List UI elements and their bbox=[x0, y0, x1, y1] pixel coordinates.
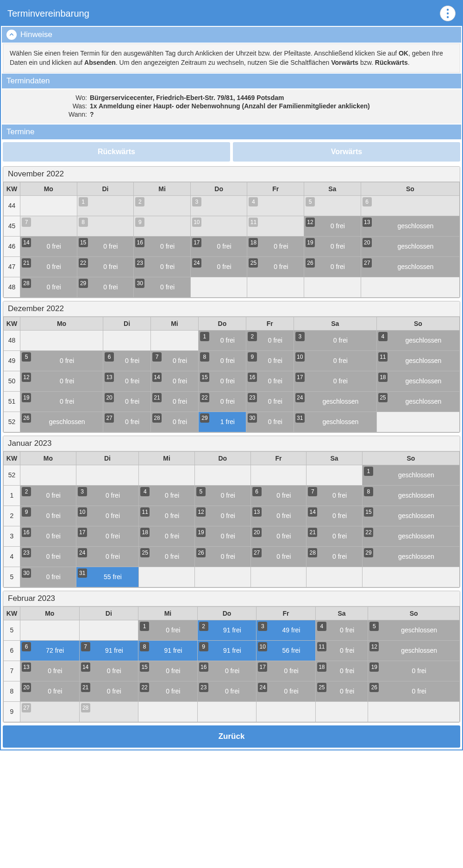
day-closed: 31geschlossen bbox=[294, 412, 376, 432]
day-available[interactable]: 349 frei bbox=[257, 620, 315, 640]
hints-header[interactable]: Hinweise bbox=[2, 27, 461, 43]
day-none: 230 frei bbox=[198, 681, 257, 701]
day-cell[interactable]: 3155 frei bbox=[76, 567, 139, 587]
day-available[interactable]: 791 frei bbox=[80, 641, 138, 661]
day-number: 16 bbox=[248, 373, 257, 382]
weekday-header: So bbox=[361, 182, 459, 195]
day-number: 2 bbox=[22, 487, 31, 496]
day-status: 0 frei bbox=[207, 512, 250, 519]
day-none: 20 frei bbox=[246, 331, 294, 350]
day-cell: 300 frei bbox=[134, 277, 191, 297]
day-number: 3 bbox=[192, 197, 201, 206]
day-number: 11 bbox=[140, 507, 150, 517]
day-cell: 8 bbox=[77, 216, 134, 236]
day-cell[interactable]: 991 frei bbox=[197, 640, 257, 661]
day-number: 7 bbox=[152, 352, 162, 362]
day-number: 9 bbox=[135, 218, 144, 227]
kw-cell: 4 bbox=[4, 546, 20, 567]
day-none: 280 frei bbox=[307, 547, 362, 567]
day-number: 19 bbox=[22, 393, 31, 402]
day-number: 30 bbox=[248, 413, 257, 423]
day-status: 0 frei bbox=[89, 492, 139, 499]
day-cell bbox=[79, 620, 138, 640]
day-number: 5 bbox=[22, 352, 31, 362]
kw-cell: 52 bbox=[4, 465, 20, 485]
day-available[interactable]: 291 frei bbox=[198, 620, 257, 640]
day-cell: 120 frei bbox=[304, 216, 361, 236]
day-cell: 25geschlossen bbox=[376, 391, 459, 412]
day-number: 30 bbox=[22, 568, 31, 578]
day-cell: 140 frei bbox=[151, 371, 199, 391]
day-available[interactable]: 3155 frei bbox=[76, 567, 139, 587]
day-status: geschlossen bbox=[381, 647, 459, 654]
kw-cell: 46 bbox=[4, 236, 20, 256]
day-cell bbox=[307, 567, 363, 587]
day-cell: 100 frei bbox=[76, 506, 139, 526]
day-cell[interactable]: 1056 frei bbox=[257, 640, 316, 661]
day-status: 0 frei bbox=[90, 283, 134, 291]
day-cell: 1geschlossen bbox=[362, 465, 459, 485]
day-status: 0 frei bbox=[89, 553, 139, 560]
day-available[interactable]: 291 frei bbox=[199, 412, 246, 432]
day-cell[interactable]: 791 frei bbox=[79, 640, 138, 661]
day-cell bbox=[257, 701, 316, 722]
kw-header: KW bbox=[4, 317, 20, 330]
day-available[interactable]: 672 frei bbox=[20, 641, 79, 661]
day-cell[interactable]: 891 frei bbox=[138, 640, 198, 661]
day-cell bbox=[139, 567, 195, 587]
day-status: 0 frei bbox=[151, 626, 197, 634]
day-cell: 180 frei bbox=[315, 661, 368, 681]
day-cell: 180 frei bbox=[247, 236, 304, 256]
day-status: 0 frei bbox=[33, 553, 76, 560]
day-number: 15 bbox=[140, 662, 149, 672]
weekday-header: Sa bbox=[315, 606, 368, 620]
day-cell: 190 frei bbox=[20, 391, 103, 412]
hints-title: Hinweise bbox=[20, 30, 52, 39]
day-status: geschlossen bbox=[307, 418, 376, 425]
day-status: 0 frei bbox=[92, 667, 138, 674]
day-status: 0 frei bbox=[33, 512, 76, 519]
day-status: 72 frei bbox=[33, 647, 79, 654]
day-none: 160 frei bbox=[198, 661, 257, 681]
kw-cell: 52 bbox=[4, 412, 20, 432]
day-available[interactable]: 991 frei bbox=[198, 641, 257, 661]
day-cell[interactable]: 349 frei bbox=[257, 620, 316, 640]
day-status: 0 frei bbox=[33, 573, 76, 581]
day-cell bbox=[250, 567, 307, 587]
day-none: 210 frei bbox=[80, 681, 138, 701]
kw-cell: 2 bbox=[4, 506, 20, 526]
zurueck-button[interactable]: Zurück bbox=[3, 725, 460, 748]
day-number: 2 bbox=[248, 332, 257, 341]
day-number: 13 bbox=[105, 373, 114, 382]
day-number: 12 bbox=[369, 642, 379, 651]
day-cell: 100 frei bbox=[294, 350, 376, 371]
wo-value: Bürgerservicecenter, Friedrich-Ebert-Str… bbox=[90, 94, 455, 101]
day-cell[interactable]: 291 frei bbox=[198, 412, 246, 432]
month-block: Dezember 2022KWMoDiMiDoFrSaSo4810 frei20… bbox=[3, 301, 460, 433]
day-cell[interactable]: 672 frei bbox=[20, 640, 80, 661]
day-available[interactable]: 891 frei bbox=[138, 641, 197, 661]
day-cell: 280 frei bbox=[20, 277, 77, 297]
month-block: Februar 2023KWMoDiMiDoFrSaSo510 frei291 … bbox=[3, 591, 460, 723]
day-none: 100 frei bbox=[294, 351, 376, 371]
day-number: 26 bbox=[306, 258, 315, 268]
svg-point-1 bbox=[447, 12, 449, 14]
day-cell: 220 frei bbox=[77, 256, 134, 277]
back-button[interactable]: Rückwärts bbox=[3, 142, 230, 162]
day-none: 280 frei bbox=[151, 412, 198, 432]
day-status: 0 frei bbox=[163, 418, 198, 425]
forward-button[interactable]: Vorwärts bbox=[233, 142, 460, 162]
day-number: 22 bbox=[79, 258, 88, 268]
day-cell: 11 bbox=[247, 216, 304, 236]
day-number: 1 bbox=[140, 622, 149, 631]
day-number: 18 bbox=[317, 662, 326, 672]
day-number: 25 bbox=[249, 258, 258, 268]
day-status: 0 frei bbox=[207, 492, 250, 499]
day-none: 20 frei bbox=[20, 486, 76, 506]
day-number: 15 bbox=[79, 238, 88, 247]
menu-button[interactable] bbox=[440, 6, 456, 21]
day-status: 0 frei bbox=[263, 492, 307, 499]
day-cell[interactable]: 291 frei bbox=[197, 620, 257, 640]
day-available[interactable]: 1056 frei bbox=[257, 641, 315, 661]
day-none: 160 frei bbox=[134, 237, 190, 256]
